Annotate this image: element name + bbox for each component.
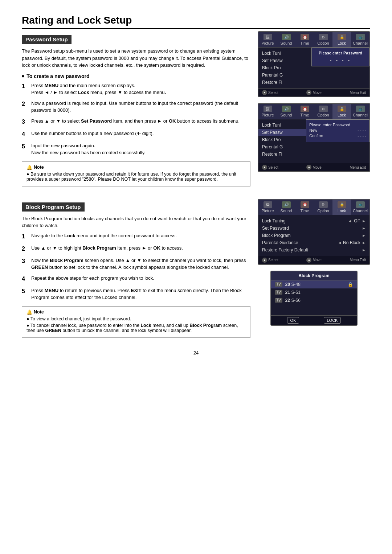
menu-sound-3: 🔊 Sound [277,200,295,215]
menu-sound-2: 🔊 Sound [277,104,295,119]
page-number: 24 [22,350,370,356]
bp-step-4-text: Repeat the above steps for each program … [31,275,154,283]
menu-channel-3: 📺 Channel [351,200,369,215]
bp-channel-row-2: TV 21 S-51 [271,288,357,296]
step-2-text: Now a password is required to input. Use… [31,100,250,114]
tv-row-restore-3: Restore Factory Default ► [258,246,369,254]
menu-picture-1: 🖼 Picture [258,32,277,47]
bp-ok-button[interactable]: OK [287,317,299,324]
menu-time-label-3: Time [300,209,309,213]
tv-row-setpassword-3: Set Password ► [258,225,369,232]
lock-icon-1: 🔒 [338,34,346,40]
menu-lock-label-3: Lock [338,209,346,213]
step-4-text: Use the number buttons to input a new pa… [31,130,154,139]
parental-value: No Block [343,240,360,245]
block-program-layout: Block Program Setup The Block Program fu… [22,199,370,343]
bp-lock-1: 🔒 [348,282,353,287]
menu-time-1: ⏰ Time [295,32,314,47]
picture-icon-3: 🖼 [264,201,272,208]
menu-picture-label-1: Picture [261,41,274,45]
bp-channel-row-1: TV 20 S-48 🔒 [271,280,357,288]
menu-option-2: ⚙ Option [314,104,332,119]
bp-step-3: 3 Now the Block Program screen opens. Us… [22,257,250,271]
tv-content-1: Lock Tuni Set Passw Block Pro Parental G… [258,48,369,88]
bp-step-2: 2 Use ▲ or ▼ to highlight Block Program … [22,245,250,253]
block-program-note-title: Note [26,309,246,315]
bp-step-3-num: 3 [22,257,28,271]
sound-icon-1: 🔊 [282,34,291,40]
menu-time-3: ⏰ Time [295,200,314,215]
password-dialog-1: Please enter Password - - - - [311,48,369,66]
bp-step-3-text: Now the Block Program screen opens. Use … [31,257,250,271]
menu-time-label-2: Time [300,113,309,117]
lock-icon-2: 🔒 [338,106,346,112]
password-setup-right: 🖼 Picture 🔊 Sound ⏰ Time ⚙ Option 🔒 [258,31,370,192]
step-2-num: 2 [22,100,28,114]
menu-time-2: ⏰ Time [295,104,314,119]
tv-row-parental-2: Parental G [258,143,369,151]
tv-panel-2: 🖼 Picture 🔊 Sound ⏰ Time ⚙ Option 🔒 [258,103,370,172]
footer-exit-2: Menu Exit [350,165,366,170]
channel-icon-1: 📺 [356,34,365,40]
sound-icon-2: 🔊 [282,106,291,112]
select-btn-1: ● [262,90,267,95]
step-1: 1 Press MENU and the main menu screen di… [22,82,250,96]
step-3: 3 Press ▲ or ▼ to select Set Password it… [22,118,250,126]
confirm-label: Confirm [309,134,323,138]
password-setup-title: Password Setup [22,35,72,44]
password-dots-1: - - - - [315,57,366,63]
password-setup-intro: The Password setup sub-menu is used to s… [22,48,250,69]
bp-step-1-text: Navigate to the Lock menu and input the … [31,232,177,241]
menu-lock-2: 🔒 Lock [332,104,351,119]
password-new-row: New - - - - [309,128,366,132]
menu-sound-label-1: Sound [281,41,292,45]
move-btn-2: ● [306,165,311,170]
menu-sound-1: 🔊 Sound [277,32,295,47]
bp-step-4: 4 Repeat the above steps for each progra… [22,275,250,283]
option-icon-3: ⚙ [319,201,328,208]
password-note-item-1: Be sure to write down your password and … [26,172,246,182]
time-icon-1: ⏰ [301,34,309,40]
menu-channel-label-2: Channel [353,113,368,117]
select-btn-2: ● [262,165,267,170]
bp-step-5: 5 Press MENU to return to previous menu.… [22,287,250,301]
bp-step-5-num: 5 [22,287,28,301]
menu-option-label-1: Option [317,41,329,45]
step-1-num: 1 [22,82,28,96]
menu-sound-label-2: Sound [281,113,292,117]
page-title: Rating and Lock Setup [22,15,370,29]
tv-menu-bar-2: 🖼 Picture 🔊 Sound ⏰ Time ⚙ Option 🔒 [258,104,369,119]
block-program-steps: 1 Navigate to the Lock menu and input th… [22,232,250,301]
block-program-section: Block Program Setup The Block Program fu… [22,199,370,343]
bp-step-2-num: 2 [22,245,28,253]
bp-note-item-2: To cancel channel lock, use password to … [26,323,246,333]
bp-step-5-text: Press MENU to return to previous menu. P… [31,287,250,301]
time-icon-2: ⏰ [301,106,309,112]
tv-content-2: Lock Tuni Set Passw Block Pro Parental G… [258,119,369,163]
bp-badge-3: TV [275,298,282,303]
tv-panel-1: 🖼 Picture 🔊 Sound ⏰ Time ⚙ Option 🔒 [258,31,370,97]
menu-option-3: ⚙ Option [314,200,332,215]
menu-channel-2: 📺 Channel [351,104,369,119]
step-3-text: Press ▲ or ▼ to select Set Password item… [31,118,240,126]
block-program-note-box: Note To view a locked channel, just inpu… [22,306,250,338]
tv-row-locktuning-3: Lock Tuning ◄ Off ► [258,217,369,225]
menu-option-label-2: Option [317,113,329,117]
step-2: 2 Now a password is required to input. U… [22,100,250,114]
bp-lock-button[interactable]: LOCK [324,317,341,324]
time-icon-3: ⏰ [301,201,309,208]
create-password-subtitle: To create a new password [22,73,250,79]
dialog-title-2: Please enter Password [309,123,366,127]
password-note-list: Be sure to write down your password and … [26,172,246,182]
bp-step-1-num: 1 [22,232,28,241]
password-setup-section: Password Setup The Password setup sub-me… [22,31,370,192]
menu-lock-label-1: Lock [338,41,346,45]
tv-footer-2: ● Select ● Move Menu Exit [258,163,369,171]
picture-icon-2: 🖼 [264,106,272,112]
step-3-num: 3 [22,118,28,126]
footer-exit-1: Menu Exit [350,90,366,95]
password-steps: 1 Press MENU and the main menu screen di… [22,82,250,156]
channel-icon-2: 📺 [356,106,365,112]
tv-content-3: Lock Tuning ◄ Off ► Set Password ► Block… [258,215,369,256]
bp-badge-1: TV [275,282,282,287]
